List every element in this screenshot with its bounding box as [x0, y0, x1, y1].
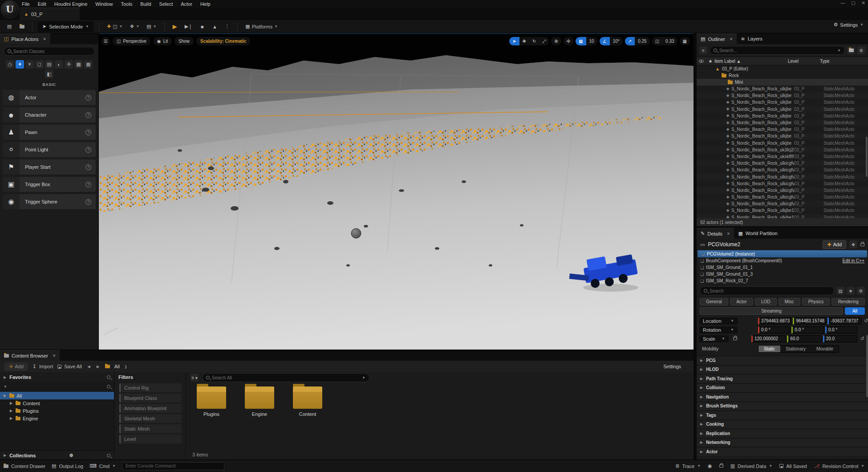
- view-mode-dropdown[interactable]: ◉Lit: [153, 37, 172, 45]
- details-section-header[interactable]: ▶ PCG: [697, 356, 868, 365]
- revision-control-dropdown[interactable]: ⎇Revision Control▼: [814, 463, 864, 469]
- component-row[interactable]: ❑ ISM_SM_Ground_01_1: [697, 264, 868, 271]
- cmd-dropdown[interactable]: ⌨ Cmd▼: [89, 463, 116, 469]
- menu-item[interactable]: Tools: [117, 1, 136, 7]
- content-drawer-button[interactable]: Content Drawer: [4, 464, 45, 469]
- level-column[interactable]: Level: [788, 59, 820, 64]
- outliner-search[interactable]: ▼: [710, 46, 845, 55]
- outliner-actor-row[interactable]: ❖S_Nordic_Beach_Rock_ulkjbe 03_P StaticM…: [697, 106, 868, 113]
- asset-filter-icon[interactable]: ≡ ▾: [191, 374, 199, 382]
- reset-scale-icon[interactable]: ↺: [859, 336, 865, 342]
- scale-z-field[interactable]: 20.0: [823, 335, 857, 342]
- details-section-header[interactable]: ▶ HLOD: [697, 365, 868, 374]
- category-icon[interactable]: ▩: [74, 60, 83, 69]
- category-filter-chip[interactable]: Physics: [802, 298, 830, 305]
- placeable-actor-item[interactable]: ⚪ Point Light ?: [3, 142, 96, 157]
- category-filter-chip[interactable]: General: [700, 298, 728, 305]
- search-all-input[interactable]: [212, 375, 360, 380]
- select-tool-icon[interactable]: ➤: [509, 37, 519, 45]
- content-browser-icon[interactable]: [17, 22, 27, 32]
- details-section-header[interactable]: ▶ Tags: [697, 411, 868, 419]
- outliner-actor-row[interactable]: ❖S_Nordic_Beach_Rock_ulkicgfv 03_P Stati…: [697, 200, 868, 207]
- details-search-input[interactable]: [710, 289, 830, 293]
- platforms-dropdown[interactable]: ▦ Platforms ▼: [243, 22, 280, 32]
- placeable-actor-item[interactable]: ◉ Trigger Sphere ?: [3, 194, 96, 209]
- favorites-icon[interactable]: ★: [847, 287, 855, 295]
- outliner-level-row[interactable]: ▲ 03_P (Editor): [697, 65, 868, 72]
- folder-tree-row[interactable]: ▶ All: [0, 392, 114, 399]
- filter-chip[interactable]: Blueprint Class: [119, 394, 182, 403]
- type-column[interactable]: Type: [820, 59, 864, 64]
- mobility-movable[interactable]: Movable: [811, 346, 839, 352]
- placeable-actor-item[interactable]: ♟ Pawn ?: [3, 125, 96, 140]
- import-button[interactable]: ↧Import: [32, 364, 53, 370]
- category-icon[interactable]: ☀: [25, 60, 34, 69]
- category-icon[interactable]: ▤: [45, 60, 53, 69]
- close-icon[interactable]: ✕: [43, 37, 47, 41]
- outliner-actor-row[interactable]: ❖S_Nordic_Beach_Rock_ulkjbe 03_P StaticM…: [697, 126, 868, 133]
- outliner-folder-row[interactable]: Mini: [697, 79, 868, 85]
- angle-snap-value[interactable]: 10°: [610, 37, 623, 45]
- mobility-static[interactable]: Static: [758, 346, 780, 352]
- expand-arrow-icon[interactable]: ▶: [4, 394, 7, 398]
- category-icon[interactable]: ▦: [84, 60, 93, 69]
- grid-snap-value[interactable]: 10: [586, 37, 597, 45]
- place-actors-search[interactable]: [4, 47, 95, 56]
- rotation-dropdown[interactable]: Rotation▼: [699, 326, 738, 334]
- console-input-box[interactable]: [122, 462, 224, 470]
- outliner-actor-row[interactable]: ❖S_Nordic_Beach_Rock_ulkicgfv 03_P Stati…: [697, 167, 868, 173]
- menu-item[interactable]: Edit: [34, 1, 50, 7]
- trace-dropdown[interactable]: ≣Trace▼: [675, 463, 701, 469]
- scale-snap-icon[interactable]: ↗: [625, 37, 635, 45]
- add-component-button[interactable]: ✚Add: [823, 240, 846, 249]
- details-section-header[interactable]: ▶ Collision: [697, 383, 868, 392]
- location-y-field[interactable]: 964483.15748: [793, 317, 826, 325]
- play-button[interactable]: ▶: [170, 22, 180, 32]
- help-icon[interactable]: ?: [85, 130, 91, 135]
- edit-in-cpp-link[interactable]: Edit in C++: [843, 258, 864, 263]
- visibility-column-icon[interactable]: [699, 60, 704, 63]
- location-z-field[interactable]: -93637.78737: [827, 317, 861, 325]
- help-icon[interactable]: ?: [85, 164, 91, 170]
- outliner-actor-row[interactable]: ❖S_Nordic_Beach_Rock_ulkicgfv 03_P Stati…: [697, 194, 868, 200]
- all-saved-status[interactable]: All Saved: [779, 464, 807, 469]
- asset-folder[interactable]: Engine: [240, 387, 279, 417]
- blueprint-edit-icon[interactable]: ❖: [849, 240, 857, 248]
- display-options-icon[interactable]: ▤: [836, 287, 844, 295]
- breadcrumb[interactable]: All: [114, 364, 120, 369]
- camera-speed-icon[interactable]: ◫: [652, 37, 662, 45]
- placeable-actor-item[interactable]: ⚑ Player Start ?: [3, 159, 96, 175]
- help-icon[interactable]: ?: [85, 147, 91, 153]
- output-log-button[interactable]: ▤ Output Log: [52, 463, 83, 469]
- scale-snap-value[interactable]: 0.25: [635, 37, 649, 45]
- details-section-header[interactable]: ▶ Actor: [697, 447, 868, 456]
- tab-details[interactable]: ✎ Details ✕: [697, 228, 734, 239]
- scale-tool-icon[interactable]: ⤢: [539, 37, 549, 45]
- stop-button[interactable]: ■: [197, 22, 207, 32]
- filter-chip[interactable]: Animation Blueprint: [119, 404, 182, 413]
- category-filter-chip[interactable]: Rendering: [831, 298, 865, 305]
- lock-icon[interactable]: [860, 243, 864, 246]
- eject-button[interactable]: ▲: [210, 22, 219, 32]
- camera-speed-value[interactable]: 0.33: [662, 37, 677, 45]
- world-space-icon[interactable]: ⊕: [551, 37, 561, 45]
- outliner-actor-row[interactable]: ❖S_Nordic_Beach_Rock_ukxkffif 03_P Stati…: [697, 153, 868, 160]
- outliner-actor-row[interactable]: ❖S_Nordic_Beach_Rock_ulkjbe1v 03_P Stati…: [697, 207, 868, 214]
- pin-column-icon[interactable]: ★: [706, 59, 714, 64]
- component-row[interactable]: ❑ ISM_SM_Rock_02_7: [697, 277, 868, 284]
- derived-data-dropdown[interactable]: ▥Derived Data▼: [730, 463, 773, 469]
- tab-outliner[interactable]: ▤ Outliner ✕: [697, 33, 737, 44]
- category-filter-chip[interactable]: Misc: [779, 298, 800, 305]
- outliner-settings-icon[interactable]: ⚙: [857, 46, 865, 54]
- asset-search[interactable]: ▼: [202, 373, 369, 382]
- save-icon[interactable]: ▤: [4, 22, 14, 32]
- forward-icon[interactable]: ►: [96, 364, 101, 369]
- search-icon[interactable]: [107, 385, 110, 388]
- menu-item[interactable]: Houdini Engine: [50, 1, 92, 7]
- mobility-stationary[interactable]: Stationary: [780, 346, 811, 352]
- outliner-actor-row[interactable]: ❖S_Nordic_Beach_Rock_ulkjbe 03_P StaticM…: [697, 113, 868, 119]
- outliner-actor-row[interactable]: ❖S_Nordic_Beach_Rock_ulkjbe 03_P StaticM…: [697, 140, 868, 146]
- outliner-column-header[interactable]: ★ Item Label ▲ Level Type: [697, 57, 868, 65]
- expand-arrow-icon[interactable]: ▶: [10, 409, 13, 413]
- search-classes-input[interactable]: [13, 49, 91, 54]
